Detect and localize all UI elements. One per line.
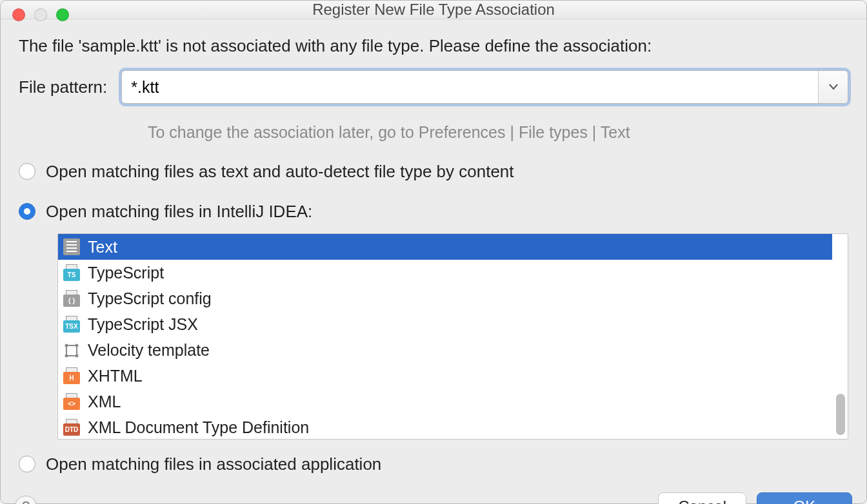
list-item[interactable]: Text: [58, 234, 832, 260]
list-item[interactable]: TSXTypeScript JSX: [58, 311, 832, 337]
zoom-icon[interactable]: [56, 8, 69, 21]
file-type-icon: H: [63, 367, 80, 384]
file-pattern-combobox[interactable]: [121, 70, 848, 104]
file-type-icon: TS: [63, 264, 80, 281]
close-icon[interactable]: [12, 8, 25, 21]
velocity-file-icon: [63, 342, 80, 358]
dialog-window: Register New File Type Association The f…: [0, 0, 867, 504]
file-pattern-input[interactable]: [122, 71, 818, 103]
radio-option-associated-app[interactable]: Open matching files in associated applic…: [19, 451, 848, 477]
dialog-footer: ? Cancel OK: [1, 482, 866, 504]
titlebar: Register New File Type Association: [1, 1, 866, 19]
text-file-icon: [63, 238, 80, 255]
file-pattern-label: File pattern:: [19, 77, 107, 97]
radio-option-intellij[interactable]: Open matching files in IntelliJ IDEA:: [19, 199, 848, 224]
window-controls: [12, 8, 69, 21]
scrollbar-thumb[interactable]: [836, 394, 845, 435]
list-item-label: XHTML: [88, 367, 143, 385]
file-type-icon: DTD: [63, 419, 80, 436]
list-item-label: XML Document Type Definition: [88, 418, 309, 437]
list-item-label: Velocity template: [88, 341, 210, 360]
list-item[interactable]: { }TypeScript config: [58, 286, 832, 311]
help-button[interactable]: ?: [15, 496, 37, 504]
radio-button[interactable]: [19, 456, 35, 472]
list-item[interactable]: DTDXML Document Type Definition: [58, 414, 832, 439]
cancel-button[interactable]: Cancel: [658, 492, 746, 504]
svg-point-0: [65, 344, 68, 347]
hint-text: To change the association later, go to P…: [148, 123, 848, 142]
ok-button[interactable]: OK: [757, 492, 852, 504]
svg-point-3: [75, 354, 79, 358]
chevron-down-icon: [829, 84, 838, 90]
file-type-icon: { }: [63, 290, 80, 307]
radio-button[interactable]: [19, 163, 35, 180]
radio-button[interactable]: [19, 203, 35, 220]
list-item-label: XML: [88, 393, 121, 411]
list-item-label: Text: [88, 238, 117, 257]
radio-label: Open matching files in IntelliJ IDEA:: [46, 202, 312, 222]
scrollbar[interactable]: [832, 234, 848, 439]
file-pattern-row: File pattern:: [19, 70, 848, 104]
list-item-label: TypeScript: [88, 264, 164, 282]
minimize-icon: [34, 8, 47, 21]
file-type-list[interactable]: TextTSTypeScript{ }TypeScript configTSXT…: [57, 233, 848, 440]
svg-point-1: [75, 344, 79, 347]
file-type-list-container: TextTSTypeScript{ }TypeScript configTSXT…: [57, 233, 848, 440]
radio-label: Open matching files as text and auto-det…: [46, 162, 514, 182]
intro-text: The file 'sample.ktt' is not associated …: [19, 36, 848, 56]
list-item[interactable]: <>XML: [58, 389, 832, 414]
list-item[interactable]: TSTypeScript: [58, 260, 832, 286]
file-type-icon: <>: [63, 393, 80, 410]
svg-point-2: [65, 354, 68, 358]
radio-label: Open matching files in associated applic…: [46, 454, 381, 474]
list-item-label: TypeScript JSX: [88, 315, 198, 334]
file-pattern-dropdown-button[interactable]: [818, 71, 848, 103]
help-icon: ?: [22, 498, 30, 504]
dialog-content: The file 'sample.ktt' is not associated …: [1, 19, 866, 482]
list-item-label: TypeScript config: [88, 289, 212, 308]
file-type-icon: TSX: [63, 316, 80, 333]
list-item[interactable]: Velocity template: [58, 337, 832, 363]
radio-option-autodetect[interactable]: Open matching files as text and auto-det…: [19, 159, 848, 184]
list-item[interactable]: HXHTML: [58, 363, 832, 389]
window-title: Register New File Type Association: [1, 1, 866, 19]
